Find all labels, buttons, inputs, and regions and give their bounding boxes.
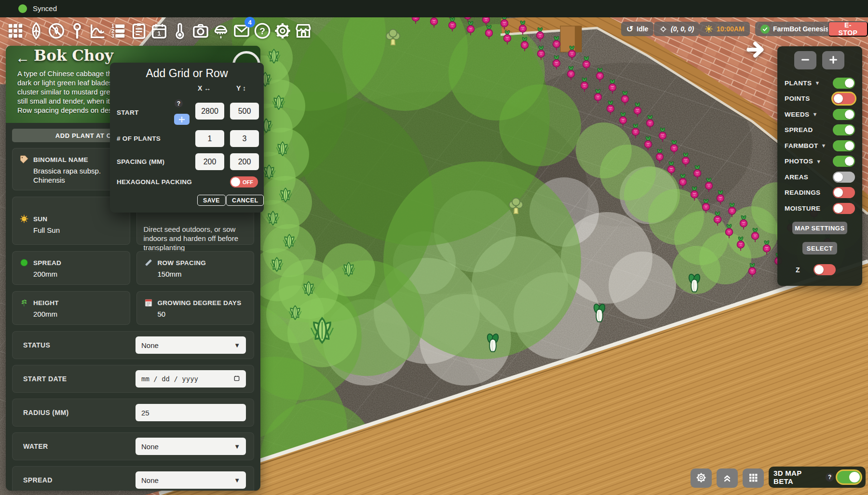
crosshair-icon xyxy=(659,25,667,33)
plant-title: Bok Choy xyxy=(34,47,113,64)
x-column-header: X ↔ xyxy=(198,84,211,92)
time-chip[interactable]: 10:00AM xyxy=(699,22,750,36)
layer-toggle-points[interactable] xyxy=(833,93,855,104)
num-plants-y-input[interactable] xyxy=(230,130,259,147)
sun-icon xyxy=(705,25,713,33)
chevron-down-icon: ▼ xyxy=(234,443,240,450)
plants-icon[interactable] xyxy=(27,21,46,40)
select-water[interactable]: None▼ xyxy=(136,438,246,455)
select-button[interactable]: SELECT xyxy=(802,242,837,254)
layer-toggle-plants[interactable] xyxy=(833,78,855,89)
map-layers-panel: PLANTS▼POINTSWEEDS▼SPREADFARMBOT▼PHOTOS▼… xyxy=(777,46,862,286)
save-button[interactable]: SAVE xyxy=(197,195,226,206)
layer-toggle-areas[interactable] xyxy=(833,172,855,183)
device-name-label: FarmBot Genesis xyxy=(773,25,829,33)
spacing-x-input[interactable] xyxy=(195,153,224,170)
regimens-icon[interactable] xyxy=(129,21,149,40)
coordinates-chip[interactable]: (0, 0, 0) xyxy=(654,22,699,36)
help-icon[interactable]: ? xyxy=(175,99,183,107)
messages-icon[interactable]: 4 xyxy=(232,21,251,40)
layer-row-photos: PHOTOS▼ xyxy=(777,154,862,170)
start-label: START xyxy=(117,109,139,116)
zoom-out-button[interactable] xyxy=(794,51,816,69)
pan-right-arrow-icon[interactable] xyxy=(745,39,767,61)
3d-map-beta-label: 3D MAP BETA xyxy=(773,469,822,485)
z-toggle[interactable] xyxy=(814,264,836,275)
date-input[interactable]: mm / dd / yyyy xyxy=(136,370,246,388)
card-label: SPREAD xyxy=(33,259,61,267)
curves-icon[interactable] xyxy=(88,21,108,40)
hexagonal-packing-toggle[interactable]: OFF xyxy=(230,176,258,187)
weeds-icon[interactable] xyxy=(47,21,66,40)
history-icon: ↺ xyxy=(626,25,633,33)
device-chip[interactable]: FarmBot Genesis xyxy=(755,22,834,36)
layer-toggle-farmbot[interactable] xyxy=(833,140,855,151)
map-settings-gear-button[interactable] xyxy=(691,468,712,488)
field-label: RADIUS (MM) xyxy=(23,409,69,416)
estop-button[interactable]: E-STOP xyxy=(828,21,868,37)
layer-toggle-photos[interactable] xyxy=(833,156,855,167)
chevron-down-icon[interactable]: ▼ xyxy=(814,80,820,86)
sync-status-dot xyxy=(18,4,27,13)
layer-row-plants: PLANTS▼ xyxy=(777,75,862,91)
toggle-knob xyxy=(834,173,843,182)
card-value: 150mm xyxy=(158,269,247,279)
chevron-down-icon[interactable]: ▼ xyxy=(821,143,827,148)
chevron-down-icon: ▼ xyxy=(234,477,240,484)
layer-label: PLANTS xyxy=(785,80,812,87)
layer-toggle-moisture[interactable] xyxy=(833,203,855,214)
points-icon[interactable] xyxy=(68,21,87,40)
zoom-in-button[interactable] xyxy=(822,51,844,69)
status-bar: Synced xyxy=(0,0,868,17)
cancel-button[interactable]: CANCEL xyxy=(226,195,264,206)
toggle-knob xyxy=(834,204,843,213)
start-x-input[interactable] xyxy=(195,103,224,120)
layer-label: POINTS xyxy=(785,95,810,102)
field-row-water: WATERNone▼ xyxy=(12,432,254,460)
watering-icon[interactable] xyxy=(211,21,231,40)
3d-map-beta-toggle[interactable] xyxy=(837,471,861,483)
sowing-method-text: Direct seed outdoors, or sow indoors and… xyxy=(144,225,247,252)
photos-icon[interactable] xyxy=(191,21,210,40)
field-label: WATER xyxy=(23,442,48,450)
add-grid-dialog: Add Grid or Row X ↔ Y ↕ START # OF PLANT… xyxy=(110,63,264,213)
y-column-header: Y ↕ xyxy=(236,84,246,92)
plus-icon xyxy=(828,54,839,65)
chevron-down-icon[interactable]: ▼ xyxy=(816,159,821,164)
num-plants-x-input[interactable] xyxy=(195,130,224,147)
grid-view-button[interactable] xyxy=(743,468,764,488)
collapse-panel-button[interactable] xyxy=(717,468,738,488)
toggle-knob xyxy=(845,110,854,119)
calendar-icon xyxy=(233,375,240,383)
select-status[interactable]: None▼ xyxy=(136,336,246,354)
select-spread[interactable]: None▼ xyxy=(136,471,246,489)
text-input-radius-mm-[interactable]: 25 xyxy=(136,404,246,421)
sensors-icon[interactable] xyxy=(170,21,190,40)
use-current-location-button[interactable] xyxy=(174,114,190,125)
help-icon[interactable] xyxy=(253,21,272,40)
start-y-input[interactable] xyxy=(230,103,259,120)
moisture-circle xyxy=(609,252,676,319)
back-arrow-icon[interactable]: ← xyxy=(15,50,30,66)
chevron-down-icon[interactable]: ▼ xyxy=(813,111,818,117)
map-settings-button[interactable]: MAP SETTINGS xyxy=(792,222,847,234)
settings-icon[interactable] xyxy=(273,21,292,40)
apps-grid-icon xyxy=(747,472,759,483)
shop-icon[interactable] xyxy=(294,21,313,40)
help-icon[interactable]: ? xyxy=(826,473,834,482)
bot-state-chip[interactable]: ↺ Idle xyxy=(621,22,653,36)
sequences-icon[interactable] xyxy=(108,21,128,40)
chevron-down-icon: ▼ xyxy=(234,342,240,349)
layer-label: FARMBOT xyxy=(785,142,818,149)
layer-toggle-readings[interactable] xyxy=(833,187,855,198)
toggle-knob xyxy=(845,157,854,166)
field-label: START DATE xyxy=(23,375,67,383)
field-row-start-date: START DATEmm / dd / yyyy xyxy=(12,365,254,393)
time-label: 10:00AM xyxy=(717,25,745,33)
layer-toggle-weeds[interactable] xyxy=(833,109,855,120)
events-icon[interactable] xyxy=(149,21,169,40)
grid-icon[interactable] xyxy=(6,21,25,40)
spacing-y-input[interactable] xyxy=(230,153,259,170)
layer-label: WEEDS xyxy=(785,111,810,118)
layer-toggle-spread[interactable] xyxy=(833,124,855,135)
